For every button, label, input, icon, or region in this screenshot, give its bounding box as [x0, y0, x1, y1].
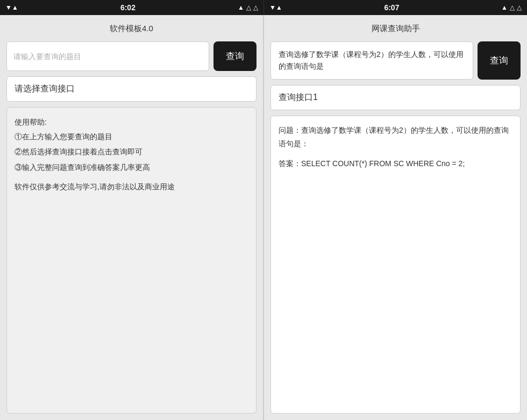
- left-search-row: 查询: [6, 41, 257, 71]
- notification-icon-left: ▲: [238, 4, 244, 11]
- status-icons-right: ▼▲: [269, 4, 282, 11]
- signal-icon-left: ▼▲: [5, 4, 18, 11]
- battery-icon-right: △: [517, 4, 522, 11]
- right-answer-area: 问题：查询选修了数学课（课程号为2）的学生人数，可以使用的查询语句是： 答案：S…: [270, 116, 521, 414]
- system-icons-right: ▲ △ △: [501, 4, 522, 11]
- wifi-icon-right: △: [510, 4, 515, 11]
- status-bar-right: ▼▲ 6:07 ▲ △ △: [264, 0, 527, 15]
- status-icons-left: ▼▲: [5, 4, 18, 11]
- answer-text: 答案：SELECT COUNT(*) FROM SC WHERE Cno = 2…: [279, 157, 512, 170]
- answer-question-text: 问题：查询选修了数学课（课程号为2）的学生人数，可以使用的查询语句是：: [279, 124, 512, 151]
- help-title: 使用帮助:: [15, 118, 47, 126]
- left-panel: 软件模板4.0 查询 请选择查询接口 使用帮助: ①在上方输入您要查询的题目 ②…: [0, 15, 264, 420]
- notification-icon-right: ▲: [501, 4, 508, 11]
- status-bar-left: ▼▲ 6:02 ▲ △ △: [0, 0, 264, 15]
- help-note: 软件仅供参考交流与学习,请勿非法以及商业用途: [15, 180, 248, 194]
- left-help-area: 使用帮助: ①在上方输入您要查询的题目 ②然后选择查询接口接着点击查询即可 ③输…: [6, 107, 257, 414]
- system-icons-left: ▲ △ △: [238, 4, 258, 11]
- right-panel: 网课查询助手 查询选修了数学课（课程号为2）的学生人数，可以使用的查询语句是 查…: [264, 15, 527, 420]
- right-search-row: 查询选修了数学课（课程号为2）的学生人数，可以使用的查询语句是 查询: [270, 41, 521, 80]
- signal-icon-right: ▼▲: [269, 4, 282, 11]
- time-right: 6:07: [384, 3, 399, 12]
- right-interface-label: 查询接口1: [270, 85, 521, 110]
- battery-icon-left: △: [253, 4, 258, 11]
- left-search-input[interactable]: [6, 41, 209, 71]
- time-left: 6:02: [120, 3, 136, 12]
- left-query-button[interactable]: 查询: [213, 41, 257, 71]
- left-panel-title: 软件模板4.0: [6, 22, 257, 36]
- help-item-2: ②然后选择查询接口接着点击查询即可: [15, 145, 248, 159]
- right-query-button[interactable]: 查询: [478, 41, 521, 80]
- wifi-icon-left: △: [246, 4, 251, 11]
- help-item-1: ①在上方输入您要查询的题目: [15, 130, 248, 144]
- left-interface-dropdown[interactable]: 请选择查询接口: [6, 76, 257, 102]
- right-panel-title: 网课查询助手: [270, 22, 521, 36]
- help-item-3: ③输入完整问题查询到准确答案几率更高: [15, 160, 248, 175]
- right-question-display: 查询选修了数学课（课程号为2）的学生人数，可以使用的查询语句是: [270, 41, 473, 80]
